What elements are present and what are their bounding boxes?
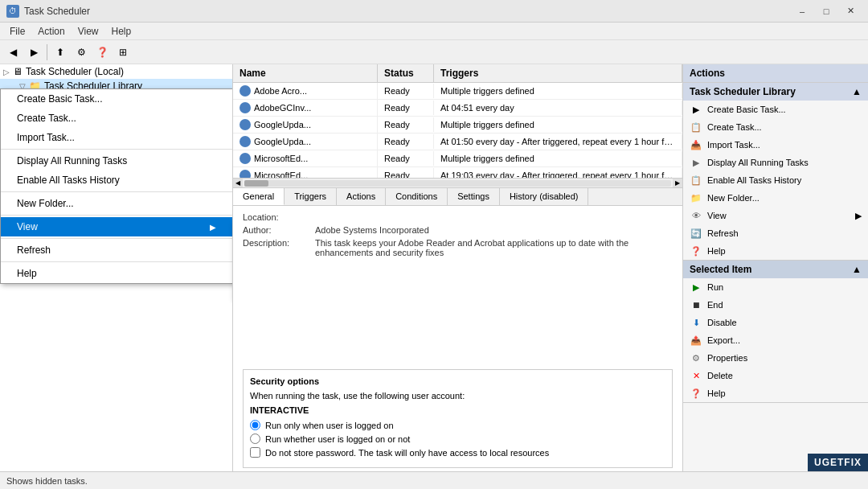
table-row[interactable]: AdobeGCInv... Ready At 04:51 every day bbox=[233, 100, 682, 117]
tab-history[interactable]: History (disabled) bbox=[500, 188, 589, 205]
app-icon: ⏱ bbox=[6, 5, 19, 18]
right-help2[interactable]: ❓ Help bbox=[683, 384, 868, 402]
grid-button[interactable]: ⊞ bbox=[113, 43, 133, 62]
table-row[interactable]: Adobe Acro... Ready Multiple triggers de… bbox=[233, 83, 682, 100]
col-header-status[interactable]: Status bbox=[378, 64, 434, 82]
right-refresh[interactable]: 🔄 Refresh bbox=[683, 224, 868, 242]
right-refresh-label: Refresh bbox=[707, 228, 739, 238]
menu-view[interactable]: View bbox=[72, 24, 105, 39]
minimize-button[interactable]: – bbox=[791, 3, 813, 19]
right-create-basic[interactable]: ▶ Create Basic Task... bbox=[683, 101, 868, 118]
settings-button[interactable]: ⚙ bbox=[72, 43, 91, 62]
menu-action[interactable]: Action bbox=[31, 24, 71, 39]
task-list: Adobe Acro... Ready Multiple triggers de… bbox=[233, 83, 682, 178]
col-header-triggers[interactable]: Triggers bbox=[434, 64, 682, 82]
security-title: Security options bbox=[250, 376, 665, 386]
ctx-create-basic[interactable]: Create Basic Task... bbox=[1, 89, 232, 109]
right-view[interactable]: 👁 View ▶ bbox=[683, 207, 868, 224]
computer-icon: 🖥 bbox=[13, 66, 23, 77]
table-row[interactable]: MicrosoftEd... Ready At 19:03 every day … bbox=[233, 167, 682, 178]
task-icon-1 bbox=[240, 102, 251, 113]
actions-header[interactable]: Actions bbox=[683, 64, 868, 82]
tab-triggers[interactable]: Triggers bbox=[285, 188, 337, 205]
checkbox-no-store[interactable] bbox=[250, 447, 260, 458]
task-name-5: MicrosoftEd... bbox=[233, 167, 378, 178]
ctx-create-task[interactable]: Create Task... bbox=[1, 109, 232, 128]
tab-actions[interactable]: Actions bbox=[337, 188, 386, 205]
location-value bbox=[315, 212, 673, 222]
table-row[interactable]: GoogleUpda... Ready Multiple triggers de… bbox=[233, 117, 682, 134]
table-row[interactable]: MicrosoftEd... Ready Multiple triggers d… bbox=[233, 150, 682, 167]
tab-settings[interactable]: Settings bbox=[448, 188, 500, 205]
scroll-right-btn[interactable]: ▶ bbox=[673, 179, 682, 188]
forward-button[interactable]: ▶ bbox=[24, 43, 43, 62]
ctx-display-running[interactable]: Display All Running Tasks bbox=[1, 151, 232, 171]
author-value: Adobe Systems Incorporated bbox=[315, 225, 673, 235]
description-value: This task keeps your Adobe Reader and Ac… bbox=[315, 238, 673, 257]
left-pane: ▷ 🖥 Task Scheduler (Local) ▽ 📁 Task Sche… bbox=[0, 64, 233, 471]
menu-help[interactable]: Help bbox=[105, 24, 138, 39]
ctx-view[interactable]: View ▶ bbox=[1, 217, 232, 236]
right-delete[interactable]: ✕ Delete bbox=[683, 367, 868, 384]
right-run[interactable]: ▶ Run bbox=[683, 278, 868, 296]
task-triggers-0: Multiple triggers defined bbox=[434, 84, 682, 98]
task-name-0: Adobe Acro... bbox=[233, 83, 378, 99]
selected-collapse-icon: ▲ bbox=[852, 264, 862, 275]
back-button[interactable]: ◀ bbox=[3, 43, 23, 62]
properties-icon: ⚙ bbox=[690, 351, 702, 364]
toolbar: ◀ ▶ ⬆ ⚙ ❓ ⊞ bbox=[0, 40, 868, 64]
radio-logged-on[interactable] bbox=[250, 420, 260, 430]
ctx-separator-3 bbox=[1, 215, 232, 216]
help2-icon: ❓ bbox=[690, 387, 702, 400]
radio-row-2: Run whether user is logged on or not bbox=[250, 434, 665, 444]
ctx-help[interactable]: Help bbox=[1, 264, 232, 283]
right-new-folder[interactable]: 📁 New Folder... bbox=[683, 189, 868, 207]
ctx-new-folder[interactable]: New Folder... bbox=[1, 194, 232, 213]
scroll-left-btn[interactable]: ◀ bbox=[233, 179, 243, 188]
right-display-running-label: Display All Running Tasks bbox=[707, 158, 809, 167]
table-row[interactable]: GoogleUpda... Ready At 01:50 every day -… bbox=[233, 134, 682, 150]
display-running-icon: ▶ bbox=[690, 156, 702, 169]
scroll-track[interactable] bbox=[244, 180, 671, 187]
ctx-enable-history[interactable]: Enable All Tasks History bbox=[1, 171, 232, 190]
detail-author-row: Author: Adobe Systems Incorporated bbox=[243, 225, 673, 235]
toolbar-separator bbox=[47, 44, 47, 60]
status-text: Shows hidden tasks. bbox=[6, 476, 88, 486]
task-status-2: Ready bbox=[378, 117, 434, 132]
up-button[interactable]: ⬆ bbox=[51, 43, 70, 62]
ctx-separator-5 bbox=[1, 261, 232, 262]
right-view-label: View bbox=[707, 211, 727, 220]
right-enable-history[interactable]: 📋 Enable All Tasks History bbox=[683, 171, 868, 189]
radio-whether[interactable] bbox=[250, 434, 260, 444]
right-properties[interactable]: ⚙ Properties bbox=[683, 349, 868, 367]
main-layout: ▷ 🖥 Task Scheduler (Local) ▽ 📁 Task Sche… bbox=[0, 64, 868, 471]
task-name-3: GoogleUpda... bbox=[233, 134, 378, 150]
menu-file[interactable]: File bbox=[3, 24, 31, 39]
close-button[interactable]: ✕ bbox=[839, 3, 862, 19]
right-help2-label: Help bbox=[707, 388, 726, 398]
radio-row-1: Run only when user is logged on bbox=[250, 420, 665, 430]
maximize-button[interactable]: □ bbox=[815, 3, 837, 19]
table-header: Name Status Triggers bbox=[233, 64, 682, 83]
scroll-thumb[interactable] bbox=[244, 180, 268, 187]
watermark: UGETFIX bbox=[808, 454, 868, 471]
ctx-import-task[interactable]: Import Task... bbox=[1, 128, 232, 147]
right-help[interactable]: ❓ Help bbox=[683, 242, 868, 260]
ctx-refresh[interactable]: Refresh bbox=[1, 240, 232, 260]
menu-bar: File Action View Help bbox=[0, 23, 868, 40]
horizontal-scrollbar[interactable]: ◀ ▶ bbox=[233, 178, 682, 187]
tab-general[interactable]: General bbox=[233, 188, 285, 205]
right-end[interactable]: ⏹ End bbox=[683, 296, 868, 314]
right-create-task[interactable]: 📋 Create Task... bbox=[683, 118, 868, 136]
tree-root[interactable]: ▷ 🖥 Task Scheduler (Local) bbox=[0, 64, 232, 79]
task-icon-3 bbox=[240, 136, 251, 147]
task-scheduler-library-header[interactable]: Task Scheduler Library ▲ bbox=[683, 83, 868, 101]
right-display-running[interactable]: ▶ Display All Running Tasks bbox=[683, 154, 868, 171]
col-header-name[interactable]: Name bbox=[233, 64, 378, 82]
right-import-task[interactable]: 📥 Import Task... bbox=[683, 136, 868, 154]
right-export[interactable]: 📤 Export... bbox=[683, 331, 868, 349]
help-button[interactable]: ❓ bbox=[92, 43, 112, 62]
right-disable[interactable]: ⬇ Disable bbox=[683, 314, 868, 331]
tab-conditions[interactable]: Conditions bbox=[386, 188, 448, 205]
selected-item-header[interactable]: Selected Item ▲ bbox=[683, 261, 868, 278]
